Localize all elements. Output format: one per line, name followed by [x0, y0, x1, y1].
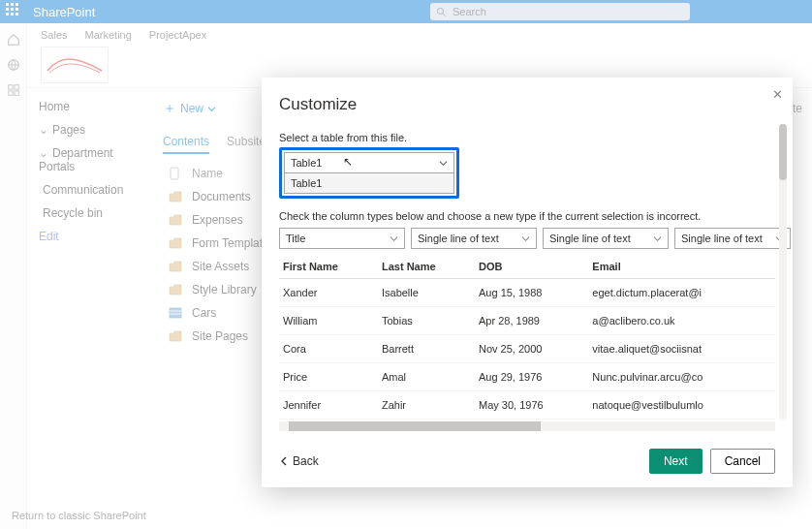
chevron-down-icon	[653, 234, 662, 243]
table-row: WilliamTobiasApr 28, 1989a@aclibero.co.u…	[279, 307, 775, 335]
cell-email: Nunc.pulvinar.arcu@co	[588, 363, 775, 391]
scrollbar-thumb[interactable]	[779, 124, 787, 180]
cell-first-name: Cora	[279, 335, 378, 363]
table-select-option[interactable]: Table1	[284, 173, 454, 194]
cell-last-name: Tobias	[378, 307, 475, 335]
cursor-icon: ↖	[343, 155, 353, 169]
chevron-down-icon	[390, 234, 398, 243]
chevron-left-icon	[279, 456, 289, 466]
col-header-first-name[interactable]: First Name	[279, 255, 378, 279]
table-row: CoraBarrettNov 25, 2000vitae.aliquet@soc…	[279, 335, 775, 363]
table-select-highlight: Table1 ↖ Table1	[279, 147, 459, 199]
cell-email: vitae.aliquet@sociisnat	[588, 335, 775, 363]
table-row: JenniferZahirMay 30, 1976natoque@vestilb…	[279, 391, 775, 420]
table-row: PriceAmalAug 29, 1976Nunc.pulvinar.arcu@…	[279, 363, 775, 391]
cell-email: natoque@vestilbulumlo	[588, 391, 775, 420]
cell-dob: Aug 15, 1988	[475, 279, 588, 307]
column-type-select-3[interactable]: Single line of text	[674, 228, 791, 249]
cell-last-name: Amal	[378, 363, 475, 391]
cell-first-name: Price	[279, 363, 378, 391]
cell-dob: Apr 28, 1989	[475, 307, 588, 335]
col-header-email[interactable]: Email	[588, 255, 775, 279]
cell-dob: Aug 29, 1976	[475, 363, 588, 391]
horizontal-scrollbar[interactable]	[279, 421, 775, 431]
col-header-last-name[interactable]: Last Name	[378, 255, 475, 279]
cell-first-name: Xander	[279, 279, 378, 307]
column-instruction: Check the column types below and choose …	[279, 210, 775, 222]
modal-overlay: ✕ Customize Select a table from this fil…	[0, 0, 812, 529]
table-select-value: Table1	[291, 157, 322, 169]
table-select[interactable]: Table1 ↖	[284, 152, 454, 173]
customize-modal: ✕ Customize Select a table from this fil…	[262, 78, 793, 487]
modal-title: Customize	[279, 95, 775, 114]
cell-first-name: William	[279, 307, 378, 335]
next-button[interactable]: Next	[649, 449, 703, 474]
close-icon[interactable]: ✕	[772, 87, 783, 102]
cell-last-name: Barrett	[378, 335, 475, 363]
cell-last-name: Zahir	[378, 391, 475, 420]
column-type-select-1[interactable]: Single line of text	[411, 228, 537, 249]
preview-table: First Name Last Name DOB Email XanderIsa…	[279, 255, 775, 431]
column-type-row: Title Single line of text Single line of…	[279, 228, 775, 249]
cell-email: eget.dictum.placerat@i	[588, 279, 775, 307]
scrollbar-thumb[interactable]	[289, 421, 541, 431]
col-header-dob[interactable]: DOB	[475, 255, 588, 279]
column-type-select-2[interactable]: Single line of text	[543, 228, 669, 249]
table-row: XanderIsabelleAug 15, 1988eget.dictum.pl…	[279, 279, 775, 307]
chevron-down-icon	[439, 159, 448, 168]
table-select-label: Select a table from this file.	[279, 132, 775, 143]
cell-last-name: Isabelle	[378, 279, 475, 307]
chevron-down-icon	[521, 234, 530, 243]
cell-dob: Nov 25, 2000	[475, 335, 588, 363]
column-type-select-0[interactable]: Title	[279, 228, 405, 249]
cell-dob: May 30, 1976	[475, 391, 588, 420]
cell-first-name: Jennifer	[279, 391, 378, 420]
cell-email: a@aclibero.co.uk	[588, 307, 775, 335]
cancel-button[interactable]: Cancel	[710, 449, 775, 474]
vertical-scrollbar[interactable]	[779, 124, 787, 420]
back-button[interactable]: Back	[279, 454, 319, 468]
